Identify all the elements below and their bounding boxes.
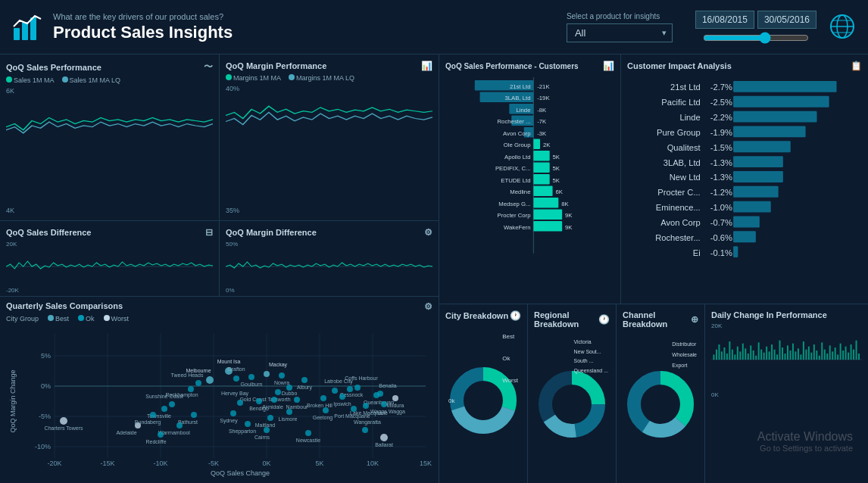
- product-filter: Select a product for insights All: [567, 12, 673, 42]
- svg-text:0K: 0K: [262, 460, 270, 467]
- svg-text:Ballarat: Ballarat: [375, 442, 393, 447]
- channel-icon: ⊕: [691, 314, 698, 325]
- svg-text:Geelong: Geelong: [313, 415, 333, 421]
- svg-text:Cairns: Cairns: [254, 435, 270, 440]
- svg-rect-0: [14, 28, 20, 40]
- svg-text:-19K: -19K: [537, 95, 550, 101]
- svg-text:-7K: -7K: [537, 118, 547, 125]
- margin-y-max: 40%: [226, 85, 432, 92]
- svg-text:Rochester...: Rochester...: [655, 233, 701, 242]
- svg-text:-0.1%: -0.1%: [710, 248, 732, 257]
- impact-icon: 📋: [851, 61, 862, 71]
- svg-rect-245: [808, 347, 810, 360]
- svg-point-86: [237, 400, 243, 406]
- city-group-legend: City Group Best Ok Worst: [6, 315, 432, 323]
- city-icon: 🕐: [510, 310, 521, 321]
- svg-rect-248: [816, 351, 817, 360]
- svg-rect-243: [803, 341, 804, 360]
- right-top: QoQ Sales Performance - Customers 📊 -21K…: [439, 55, 868, 304]
- channel-donut: Distributor Wholesale Export: [623, 332, 698, 477]
- svg-point-36: [60, 417, 67, 425]
- svg-rect-209: [713, 354, 714, 360]
- quarterly-sales-box: Quarterly Sales Comparisons ⚙ City Group…: [0, 297, 439, 483]
- svg-point-112: [176, 422, 183, 428]
- svg-rect-262: [853, 350, 854, 360]
- globe-icon[interactable]: [829, 13, 856, 42]
- svg-rect-167: [733, 96, 829, 108]
- svg-text:Nowra: Nowra: [274, 380, 289, 385]
- product-select[interactable]: All: [567, 23, 673, 42]
- sales-diff-y-max: 20K: [6, 241, 213, 248]
- svg-point-84: [256, 398, 262, 404]
- daily-y-zero: 0K: [711, 391, 862, 398]
- header-subtitle: What are the key drivers of our product …: [53, 12, 544, 21]
- regional-donut: Victoria New Sout... South ... Queenslan…: [534, 332, 610, 477]
- svg-text:Grafton: Grafton: [227, 366, 245, 372]
- svg-text:5K: 5K: [553, 177, 560, 184]
- svg-rect-191: [733, 217, 760, 228]
- svg-rect-211: [718, 344, 720, 360]
- channel-breakdown: Channel Breakdown ⊕ Distributor Wholesal…: [617, 304, 705, 483]
- diff-charts: QoQ Sales Difference ⊟ 20K -20K QoQ Marg…: [0, 221, 439, 297]
- svg-rect-182: [733, 171, 783, 182]
- svg-rect-197: [733, 246, 738, 257]
- svg-rect-240: [795, 351, 796, 360]
- right-panel: QoQ Sales Performance - Customers 📊 -21K…: [439, 55, 868, 483]
- svg-rect-2: [30, 17, 36, 40]
- svg-rect-216: [732, 350, 733, 360]
- qoq-sales-diff-chart: QoQ Sales Difference ⊟ 20K -20K: [0, 221, 220, 296]
- logo-icon: [12, 11, 44, 43]
- margin-diff-y-max: 50%: [226, 241, 432, 248]
- svg-rect-242: [800, 354, 801, 360]
- svg-point-104: [191, 412, 197, 418]
- svg-text:-5K: -5K: [208, 460, 219, 467]
- svg-point-54: [279, 372, 285, 379]
- svg-rect-173: [733, 126, 805, 137]
- svg-text:PEDIFIX, C...: PEDIFIX, C...: [495, 165, 531, 172]
- date-end[interactable]: 30/05/2016: [757, 11, 816, 29]
- svg-text:-1.0%: -1.0%: [710, 203, 732, 212]
- svg-rect-237: [787, 345, 788, 360]
- svg-point-108: [267, 415, 273, 421]
- svg-point-88: [169, 401, 175, 407]
- svg-text:Eminence...: Eminence...: [656, 203, 701, 212]
- svg-rect-170: [733, 111, 816, 123]
- svg-point-52: [248, 374, 254, 380]
- svg-text:3LAB, Ltd: 3LAB, Ltd: [504, 95, 530, 101]
- margin-perf-icon: 📊: [421, 61, 432, 71]
- title-block: What are the key drivers of our product …: [53, 12, 544, 42]
- left-panel: QoQ Sales Performance 〜 Sales 1M MA Sale…: [0, 55, 439, 483]
- svg-rect-238: [789, 351, 791, 360]
- svg-text:-21K: -21K: [537, 83, 550, 90]
- svg-text:-1.3%: -1.3%: [710, 158, 732, 167]
- date-slider[interactable]: [703, 32, 809, 44]
- svg-text:-0.6%: -0.6%: [710, 233, 732, 242]
- svg-text:-3K: -3K: [537, 130, 547, 137]
- svg-text:15K: 15K: [420, 460, 432, 467]
- svg-rect-239: [792, 344, 794, 360]
- svg-rect-234: [779, 341, 781, 360]
- svg-text:-5%: -5%: [39, 413, 51, 420]
- svg-rect-246: [810, 353, 812, 360]
- svg-text:-2.7%: -2.7%: [710, 83, 732, 92]
- svg-point-118: [305, 430, 311, 436]
- svg-rect-264: [858, 354, 860, 360]
- svg-rect-263: [856, 341, 857, 360]
- svg-rect-220: [742, 344, 744, 360]
- svg-text:Port Macquarie: Port Macquarie: [334, 413, 370, 419]
- svg-text:10K: 10K: [367, 460, 379, 467]
- svg-point-56: [195, 380, 201, 386]
- svg-point-40: [380, 434, 388, 441]
- svg-text:Ei: Ei: [693, 248, 701, 257]
- svg-point-64: [188, 386, 194, 392]
- svg-rect-251: [824, 350, 826, 360]
- regional-icon: 🕐: [598, 314, 610, 325]
- svg-rect-185: [733, 186, 779, 198]
- svg-text:Procter Corp: Procter Corp: [498, 212, 531, 219]
- svg-text:Sydney: Sydney: [220, 418, 238, 424]
- svg-text:Bendigo: Bendigo: [249, 406, 269, 412]
- svg-rect-221: [745, 348, 746, 360]
- date-start[interactable]: 16/08/2015: [695, 11, 754, 29]
- svg-text:Redcliffe: Redcliffe: [145, 439, 166, 444]
- svg-point-82: [271, 397, 277, 403]
